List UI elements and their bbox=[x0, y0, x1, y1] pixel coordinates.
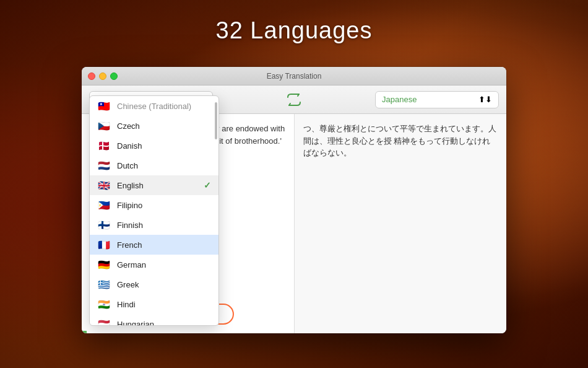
lang-label-english: English bbox=[117, 181, 144, 190]
app-title: Easy Translation bbox=[267, 72, 322, 81]
target-text-panel: つ、尊厳と権利とについて平等で生まれています。人間は、理性と良心とを授 精神をも… bbox=[295, 114, 507, 333]
dropdown-item-dutch[interactable]: 🇳🇱Dutch bbox=[90, 156, 218, 175]
lang-label-filipino: Filipino bbox=[117, 201, 142, 210]
minimize-button[interactable] bbox=[99, 72, 106, 80]
dropdown-item-greek[interactable]: 🇬🇷Greek bbox=[90, 274, 218, 294]
dropdown-item-english[interactable]: 🇬🇧English✓ bbox=[90, 175, 218, 195]
flag-hindi: 🇮🇳 bbox=[97, 297, 111, 311]
title-bar: Easy Translation bbox=[82, 67, 506, 85]
lang-label-chinese-traditional: Chinese (Traditional) bbox=[117, 102, 191, 111]
dropdown-item-danish[interactable]: 🇩🇰Danish bbox=[90, 136, 218, 156]
flag-danish: 🇩🇰 bbox=[97, 139, 111, 152]
flag-greek: 🇬🇷 bbox=[97, 278, 111, 291]
dropdown-item-czech[interactable]: 🇨🇿Czech bbox=[90, 116, 218, 136]
page-title: 32 Languages bbox=[0, 17, 588, 44]
lang-label-french: French bbox=[117, 240, 142, 250]
flag-czech: 🇨🇿 bbox=[97, 119, 111, 133]
target-lang-arrow-icon: ⬆⬇ bbox=[478, 95, 492, 104]
close-button[interactable] bbox=[88, 72, 95, 80]
dropdown-item-chinese-traditional[interactable]: 🇹🇼Chinese (Traditional) bbox=[90, 96, 218, 116]
checkmark-english: ✓ bbox=[204, 180, 211, 190]
resize-handle[interactable] bbox=[82, 331, 87, 333]
lang-label-czech: Czech bbox=[117, 121, 140, 131]
lang-label-finnish: Finnish bbox=[117, 221, 143, 230]
language-dropdown[interactable]: 🇹🇼Chinese (Traditional)🇨🇿Czech🇩🇰Danish🇳🇱… bbox=[89, 95, 219, 326]
app-window: Easy Translation English ⬆⬇ Japanese ⬆⬇ … bbox=[82, 67, 506, 333]
flag-chinese-traditional: 🇹🇼 bbox=[97, 99, 111, 113]
lang-label-greek: Greek bbox=[117, 280, 139, 289]
lang-label-dutch: Dutch bbox=[117, 161, 138, 170]
traffic-lights bbox=[88, 72, 118, 80]
maximize-button[interactable] bbox=[110, 72, 118, 80]
target-text: つ、尊厳と権利とについて平等で生まれています。人間は、理性と良心とを授 精神をも… bbox=[303, 124, 496, 157]
dropdown-item-finnish[interactable]: 🇫🇮Finnish bbox=[90, 215, 218, 235]
dropdown-item-hungarian[interactable]: 🇭🇺Hungarian bbox=[90, 314, 218, 325]
dropdown-item-german[interactable]: 🇩🇪German bbox=[90, 255, 218, 274]
lang-label-hindi: Hindi bbox=[117, 300, 136, 309]
scrollbar bbox=[215, 102, 217, 139]
dropdown-item-hindi[interactable]: 🇮🇳Hindi bbox=[90, 294, 218, 314]
target-language-label: Japanese bbox=[382, 95, 417, 104]
target-language-selector[interactable]: Japanese ⬆⬇ bbox=[375, 91, 499, 108]
lang-label-danish: Danish bbox=[117, 141, 142, 151]
dropdown-item-filipino[interactable]: 🇵🇭Filipino bbox=[90, 195, 218, 215]
dropdown-item-french[interactable]: 🇫🇷French bbox=[90, 235, 218, 255]
lang-label-german: German bbox=[117, 260, 146, 269]
flag-filipino: 🇵🇭 bbox=[97, 198, 111, 212]
swap-icon bbox=[285, 93, 303, 107]
dropdown-list: 🇹🇼Chinese (Traditional)🇨🇿Czech🇩🇰Danish🇳🇱… bbox=[90, 96, 218, 325]
swap-languages-button[interactable] bbox=[218, 91, 370, 108]
flag-finnish: 🇫🇮 bbox=[97, 218, 111, 232]
flag-german: 🇩🇪 bbox=[97, 258, 111, 271]
flag-dutch: 🇳🇱 bbox=[97, 159, 111, 172]
flag-english: 🇬🇧 bbox=[97, 178, 111, 192]
lang-label-hungarian: Hungarian bbox=[117, 320, 154, 326]
flag-hungarian: 🇭🇺 bbox=[97, 317, 111, 325]
flag-french: 🇫🇷 bbox=[97, 238, 111, 252]
